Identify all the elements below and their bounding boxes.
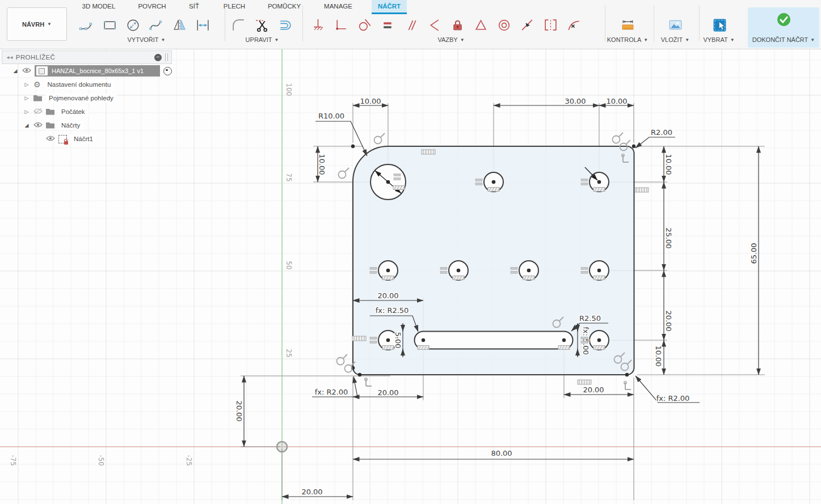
svg-text:80.00: 80.00 bbox=[491, 449, 512, 458]
gear-icon: ⚙ bbox=[33, 81, 41, 88]
toolbar: NÁVRH ▼ 3D MODEL POVRCH SÍŤ PLECH POMŮCK… bbox=[0, 0, 821, 49]
insert-image-icon[interactable] bbox=[664, 15, 687, 35]
svg-text:20.00: 20.00 bbox=[664, 310, 673, 331]
folder-icon bbox=[46, 109, 54, 115]
browser-item-origin[interactable]: ▷ Počátek bbox=[2, 105, 172, 118]
svg-text:R2.00: R2.00 bbox=[651, 128, 672, 137]
tab-manage[interactable]: MANAGE bbox=[318, 0, 359, 12]
parallel-constraint-icon[interactable] bbox=[399, 15, 423, 35]
browser-item-named-views[interactable]: ▷ Pojmenované pohledy bbox=[2, 91, 172, 105]
fillet-tool-icon[interactable] bbox=[227, 15, 250, 35]
concentric-constraint-icon[interactable] bbox=[492, 15, 516, 35]
circle-tool-icon[interactable] bbox=[121, 15, 145, 35]
svg-text:-75: -75 bbox=[9, 455, 17, 466]
svg-text:65.00: 65.00 bbox=[750, 243, 758, 264]
insert-group bbox=[664, 15, 687, 35]
folder-icon bbox=[33, 95, 42, 101]
tab-nacrt[interactable]: NÁČRT bbox=[372, 0, 407, 14]
expand-triangle-icon[interactable]: ◢ bbox=[12, 68, 19, 74]
collapse-panel-icon[interactable]: ◄◄ bbox=[6, 55, 12, 60]
line-tool-icon[interactable] bbox=[75, 15, 98, 35]
collapsed-triangle-icon[interactable]: ▷ bbox=[23, 95, 30, 101]
visibility-eye-icon[interactable] bbox=[46, 135, 55, 142]
tab-sit[interactable]: SÍŤ bbox=[182, 0, 207, 12]
visibility-eye-icon[interactable] bbox=[33, 122, 43, 129]
item-label: Pojmenované pohledy bbox=[45, 94, 117, 103]
svg-text:fx: 5.00: fx: 5.00 bbox=[582, 327, 590, 355]
panel-resize-grip[interactable] bbox=[165, 53, 168, 61]
item-label: Počátek bbox=[58, 107, 89, 116]
svg-text:10.00: 10.00 bbox=[654, 345, 663, 366]
browser-panel: ◄◄ PROHLÍŽEČ − ◢ HANZAL_bocnice_80x65x3_… bbox=[2, 50, 172, 146]
document-menu-label: NÁVRH bbox=[22, 21, 44, 28]
svg-text:5.00: 5.00 bbox=[394, 332, 402, 349]
finish-sketch-label[interactable]: DOKONČIT NÁČRT▼ bbox=[752, 36, 815, 43]
document-menu-button[interactable]: NÁVRH ▼ bbox=[7, 7, 67, 41]
browser-item-document-settings[interactable]: ▷ ⚙ Nastavení dokumentu bbox=[2, 78, 172, 91]
select-group-label[interactable]: VYBRAT▼ bbox=[703, 36, 734, 43]
equal-constraint-icon[interactable] bbox=[376, 15, 399, 35]
visibility-eye-icon[interactable] bbox=[22, 67, 31, 74]
svg-text:20.00: 20.00 bbox=[235, 400, 243, 421]
modify-group-label[interactable]: UPRAVIT▼ bbox=[246, 36, 279, 43]
offset-tool-icon[interactable] bbox=[273, 15, 297, 35]
tab-povrch[interactable]: POVRCH bbox=[133, 0, 171, 12]
svg-text:100: 100 bbox=[285, 83, 293, 96]
svg-text:R10.00: R10.00 bbox=[318, 112, 344, 120]
midpoint-constraint-icon[interactable] bbox=[469, 15, 492, 35]
insert-group-label[interactable]: VLOŽIT▼ bbox=[661, 36, 689, 43]
perpendicular-constraint-icon[interactable] bbox=[423, 15, 446, 35]
trim-tool-icon[interactable] bbox=[250, 15, 273, 35]
svg-text:R2.50: R2.50 bbox=[579, 314, 601, 323]
constraints-group bbox=[306, 15, 586, 35]
tab-3d-model[interactable]: 3D MODEL bbox=[78, 0, 119, 12]
browser-header: ◄◄ PROHLÍŽEČ − bbox=[2, 50, 172, 64]
inspect-group-label[interactable]: KONTROLA▼ bbox=[607, 36, 648, 43]
svg-text:20.00: 20.00 bbox=[583, 386, 604, 394]
tangent-constraint-icon[interactable] bbox=[353, 15, 376, 35]
svg-text:20.00: 20.00 bbox=[377, 291, 398, 300]
spline-tool-icon[interactable] bbox=[145, 15, 168, 35]
folder-icon bbox=[46, 122, 54, 129]
hide-all-icon[interactable]: − bbox=[154, 54, 162, 61]
svg-text:25: 25 bbox=[285, 349, 293, 357]
collapsed-triangle-icon[interactable]: ▷ bbox=[23, 109, 30, 115]
tab-pomucky[interactable]: POMŮCKY bbox=[263, 0, 305, 12]
select-group bbox=[708, 15, 731, 35]
root-component-bar[interactable]: HANZAL_bocnice_80x65x3_1 v1 bbox=[35, 65, 160, 77]
sketch-dimension-tool-icon[interactable] bbox=[191, 15, 214, 35]
svg-text:10.00: 10.00 bbox=[664, 154, 673, 175]
activate-component-radio[interactable] bbox=[163, 67, 172, 75]
curvature-constraint-icon[interactable] bbox=[562, 15, 586, 35]
svg-text:20.00: 20.00 bbox=[301, 488, 322, 496]
browser-title: PROHLÍŽEČ bbox=[16, 54, 151, 61]
sketch-locked-icon bbox=[58, 135, 67, 143]
symmetry-constraint-icon[interactable] bbox=[539, 15, 562, 35]
inspect-group bbox=[616, 15, 639, 35]
svg-text:10.00: 10.00 bbox=[360, 97, 381, 105]
create-group-label[interactable]: VYTVOŘIT▼ bbox=[128, 36, 166, 43]
item-label: Náčrty bbox=[58, 121, 83, 130]
tab-plech[interactable]: PLECH bbox=[219, 0, 250, 12]
svg-text:fx: R2.00: fx: R2.00 bbox=[656, 394, 690, 403]
fix-unfix-constraint-icon[interactable] bbox=[446, 15, 469, 35]
mirror-tool-icon[interactable] bbox=[168, 15, 191, 35]
rectangle-tool-icon[interactable] bbox=[98, 15, 121, 35]
browser-root-row[interactable]: ◢ HANZAL_bocnice_80x65x3_1 v1 bbox=[2, 64, 172, 78]
coincident-constraint-icon[interactable] bbox=[330, 15, 353, 35]
collinear-constraint-icon[interactable] bbox=[516, 15, 539, 35]
finish-sketch-block[interactable]: DOKONČIT NÁČRT▼ bbox=[748, 7, 819, 48]
select-tool-icon[interactable] bbox=[708, 15, 731, 35]
measure-tool-icon[interactable] bbox=[616, 15, 639, 35]
horizontal-vertical-constraint-icon[interactable] bbox=[306, 15, 330, 35]
visibility-off-eye-icon[interactable] bbox=[33, 108, 43, 115]
browser-item-sketches[interactable]: ◢ Náčrty bbox=[2, 118, 172, 132]
expand-triangle-icon[interactable]: ◢ bbox=[23, 122, 30, 128]
collapsed-triangle-icon[interactable]: ▷ bbox=[23, 82, 30, 87]
modify-group bbox=[227, 15, 297, 35]
finish-sketch-icon[interactable] bbox=[772, 9, 795, 29]
svg-text:30.00: 30.00 bbox=[565, 97, 586, 105]
item-label: Náčrt1 bbox=[70, 134, 96, 143]
browser-item-sketch1[interactable]: Náčrt1 bbox=[2, 132, 172, 146]
constraints-group-label[interactable]: VAZBY▼ bbox=[437, 36, 464, 43]
